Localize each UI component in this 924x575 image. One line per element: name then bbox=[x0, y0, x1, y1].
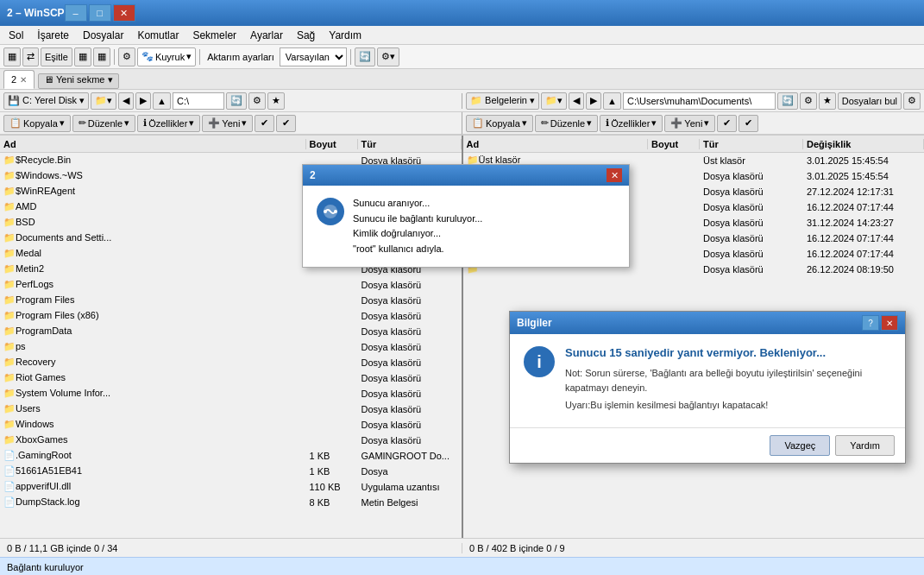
right-back-btn[interactable]: ◀ bbox=[569, 92, 584, 110]
menu-sag[interactable]: Sağ bbox=[292, 28, 320, 43]
right-extra-btn[interactable]: ✔ bbox=[717, 115, 737, 132]
left-new-btn[interactable]: ➕ Yeni ▾ bbox=[202, 115, 253, 132]
connect-line-2: Sunucu ile bağlantı kuruluyor... bbox=[353, 212, 482, 227]
queue-dropdown[interactable]: 🐾 Kuyruk ▾ bbox=[137, 47, 196, 66]
left-file-row[interactable]: 51661A51EB41 1 KB Dosya bbox=[0, 464, 462, 479]
left-file-name: $Windows.~WS bbox=[0, 170, 306, 181]
left-edit-btn[interactable]: ✏ Düzenle ▾ bbox=[72, 115, 135, 132]
connect-close-button[interactable]: ✕ bbox=[607, 168, 622, 182]
left-drive-btn[interactable]: 💾 C: Yerel Disk ▾ bbox=[3, 92, 89, 110]
varsayilan-select[interactable]: Varsayılan bbox=[280, 47, 347, 66]
left-file-row[interactable]: DumpStack.log 8 KB Metin Belgesi bbox=[0, 495, 462, 510]
menu-ayarlar[interactable]: Ayarlar bbox=[245, 28, 288, 43]
left-folder-btn[interactable]: 📁▾ bbox=[91, 92, 116, 110]
right-settings-btn[interactable]: ⚙ bbox=[800, 92, 817, 110]
connect-dialog: 2 ✕ Sunucu aranıyor... Sunucu ile bağlan… bbox=[302, 164, 630, 268]
menu-yardim[interactable]: Yardım bbox=[324, 28, 367, 43]
left-file-row[interactable]: PerfLogs Dosya klasörü bbox=[0, 277, 462, 293]
right-up-btn[interactable]: ▲ bbox=[603, 92, 621, 110]
right-extra-btn[interactable]: ⚙ bbox=[903, 92, 921, 110]
left-file-row[interactable]: Users Dosya klasörü bbox=[0, 401, 462, 417]
maximize-button[interactable]: □ bbox=[89, 4, 111, 22]
info-help-icon-btn[interactable]: ? bbox=[862, 315, 879, 331]
minimize-button[interactable]: – bbox=[65, 4, 87, 22]
menu-sekmeler[interactable]: Sekmeler bbox=[187, 28, 242, 43]
right-copy-btn[interactable]: 📋 Kopyala ▾ bbox=[466, 115, 533, 132]
left-file-row[interactable]: Program Files (x86) Dosya klasörü bbox=[0, 308, 462, 324]
toolbar-btn-3[interactable]: ▦ bbox=[74, 47, 91, 66]
esitle-button[interactable]: Eşitle bbox=[41, 47, 72, 66]
left-file-row[interactable]: ps Dosya klasörü bbox=[0, 339, 462, 355]
left-file-name: ProgramData bbox=[0, 325, 306, 337]
folder-icon bbox=[3, 217, 16, 227]
menu-komutlar[interactable]: Komutlar bbox=[132, 28, 184, 43]
new-tab-button[interactable]: 🖥 Yeni sekme ▾ bbox=[38, 73, 118, 89]
left-file-row[interactable]: .GamingRoot 1 KB GAMINGROOT Do... bbox=[0, 448, 462, 464]
info-dialog-controls: ? ✕ bbox=[862, 315, 898, 331]
right-file-type: Dosya klasörü bbox=[700, 233, 803, 243]
toolbar-gear[interactable]: ⚙ bbox=[118, 47, 135, 66]
menu-dosyalar[interactable]: Dosyalar bbox=[78, 28, 129, 43]
left-refresh-btn[interactable]: 🔄 bbox=[226, 92, 247, 110]
toolbar-btn-2[interactable]: ⇄ bbox=[22, 47, 39, 66]
left-file-name: Metin2 bbox=[0, 263, 306, 275]
left-copy-btn[interactable]: 📋 Kopyala ▾ bbox=[3, 115, 71, 132]
left-settings-btn[interactable]: ⚙ bbox=[248, 92, 266, 110]
left-extra-btn[interactable]: ✔ bbox=[255, 115, 274, 132]
left-file-row[interactable]: XboxGames Dosya klasörü bbox=[0, 433, 462, 448]
connect-text: Sunucu aranıyor... Sunucu ile bağlantı k… bbox=[353, 196, 482, 256]
left-file-row[interactable]: System Volume Infor... Dosya klasörü bbox=[0, 386, 462, 401]
left-file-row[interactable]: Windows Dosya klasörü bbox=[0, 417, 462, 433]
right-props-btn[interactable]: ℹ Özellikler ▾ bbox=[600, 115, 663, 132]
left-file-size: 110 KB bbox=[306, 482, 358, 492]
vazgec-button[interactable]: Vazgeç bbox=[770, 435, 830, 456]
left-file-row[interactable]: Recovery Dosya klasörü bbox=[0, 355, 462, 370]
right-path-input[interactable] bbox=[623, 92, 776, 110]
left-extra-btn2[interactable]: ✔ bbox=[276, 115, 296, 132]
toolbar-btn-1[interactable]: ▦ bbox=[3, 47, 21, 66]
toolbar-btn-6[interactable]: ⚙▾ bbox=[377, 47, 399, 66]
right-edit-btn[interactable]: ✏ Düzenle ▾ bbox=[535, 115, 598, 132]
toolbar-btn-4[interactable]: ▦ bbox=[93, 47, 110, 66]
close-button[interactable]: ✕ bbox=[113, 4, 135, 22]
right-refresh-btn[interactable]: 🔄 bbox=[777, 92, 798, 110]
find-files-btn[interactable]: Dosyaları bul bbox=[838, 92, 902, 110]
menu-sol[interactable]: Sol bbox=[3, 28, 28, 43]
right-file-date: 27.12.2024 12:17:31 bbox=[803, 186, 924, 197]
info-close-button[interactable]: ✕ bbox=[881, 315, 898, 331]
left-back-btn[interactable]: ◀ bbox=[118, 92, 134, 110]
left-file-row[interactable]: ProgramData Dosya klasörü bbox=[0, 324, 462, 339]
tab-close-icon[interactable]: ✕ bbox=[20, 75, 27, 85]
folder-icon bbox=[3, 325, 16, 336]
menu-isarete[interactable]: İşarete bbox=[32, 28, 74, 43]
toolbar-btn-5[interactable]: 🔄 bbox=[355, 47, 375, 66]
left-props-btn[interactable]: ℹ Özellikler ▾ bbox=[137, 115, 200, 132]
left-forward-btn[interactable]: ▶ bbox=[135, 92, 151, 110]
left-path-input[interactable] bbox=[173, 92, 224, 110]
right-forward-btn[interactable]: ▶ bbox=[586, 92, 601, 110]
right-col-modified[interactable]: Değişiklik bbox=[803, 139, 924, 149]
left-bookmark-btn[interactable]: ★ bbox=[267, 92, 285, 110]
right-col-name[interactable]: Ad bbox=[463, 139, 649, 149]
left-file-row[interactable]: Riot Games Dosya klasörü bbox=[0, 370, 462, 386]
left-up-btn[interactable]: ▲ bbox=[153, 92, 171, 110]
right-action-toolbar: 📋 Kopyala ▾ ✏ Düzenle ▾ ℹ Özellikler ▾ ➕… bbox=[462, 112, 924, 135]
right-new-btn[interactable]: ➕ Yeni ▾ bbox=[664, 115, 715, 132]
tab-main[interactable]: 2 ✕ bbox=[3, 70, 35, 89]
left-col-type[interactable]: Tür bbox=[358, 139, 462, 149]
left-col-size[interactable]: Boyut bbox=[306, 139, 358, 149]
right-folder-btn[interactable]: 📁▾ bbox=[541, 92, 567, 110]
right-extra-btn2[interactable]: ✔ bbox=[739, 115, 758, 132]
left-col-name[interactable]: Ad bbox=[0, 139, 306, 149]
connecting-text: Bağlantı kuruluyor bbox=[7, 562, 84, 572]
left-list-header: Ad Boyut Tür bbox=[0, 136, 462, 153]
left-file-row[interactable]: Program Files Dosya klasörü bbox=[0, 293, 462, 308]
right-docs-btn[interactable]: 📁 Belgelerin ▾ bbox=[466, 92, 539, 110]
left-file-name: Program Files bbox=[0, 294, 306, 306]
left-file-row[interactable]: appverifUI.dll 110 KB Uygulama uzantısı bbox=[0, 479, 462, 495]
right-col-type[interactable]: Tür bbox=[700, 139, 803, 149]
yardim-button[interactable]: Yardım bbox=[835, 435, 895, 456]
right-col-size[interactable]: Boyut bbox=[648, 139, 700, 149]
right-bookmark-btn[interactable]: ★ bbox=[819, 92, 836, 110]
connect-line-3: Kimlik doğrulanıyor... bbox=[353, 226, 482, 242]
